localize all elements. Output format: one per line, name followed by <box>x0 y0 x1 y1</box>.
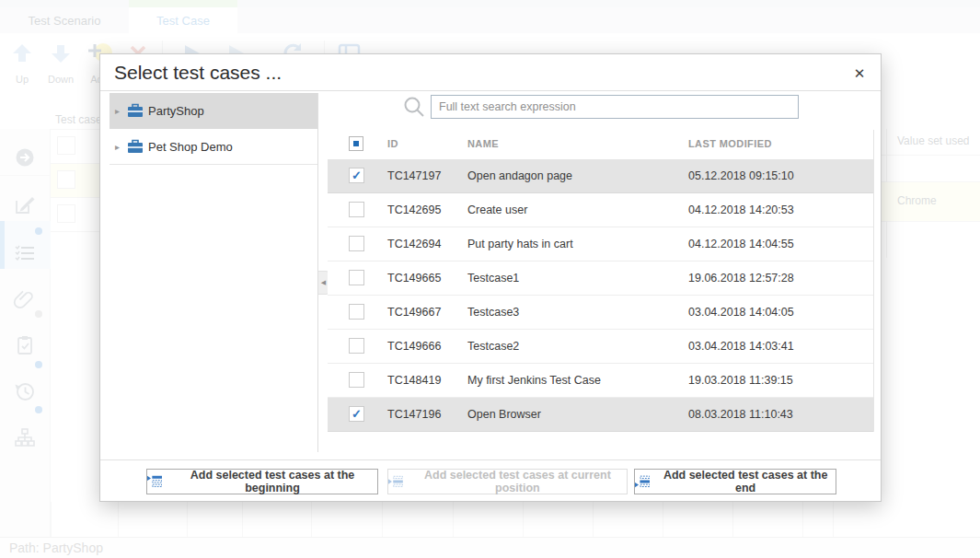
row-id: TC147196 <box>387 398 441 431</box>
row-modified: 05.12.2018 09:15:10 <box>688 159 794 192</box>
add-at-end-button[interactable]: Add selected test cases at the end <box>634 469 836 494</box>
project-briefcase-icon <box>127 139 144 154</box>
row-name: My first Jenkins Test Case <box>467 364 601 397</box>
title-divider <box>100 90 881 91</box>
insert-middle-icon <box>388 475 403 488</box>
column-header-name[interactable]: NAME <box>467 138 499 149</box>
row-name: Testcase2 <box>467 330 519 363</box>
test-case-row[interactable]: TC149665 Testcase1 19.06.2018 12:57:28 <box>328 262 873 296</box>
row-id: TC147197 <box>387 159 441 192</box>
row-modified: 19.06.2018 12:57:28 <box>688 262 794 295</box>
row-name: Open andagon page <box>467 159 572 192</box>
row-name: Put party hats in cart <box>467 227 573 261</box>
test-case-row[interactable]: TC149667 Testcase3 03.04.2018 14:04:05 <box>328 296 873 330</box>
select-test-cases-dialog: Select test cases ... ✕ ▸ PartyShop ▸ <box>99 53 882 502</box>
insert-bottom-icon <box>635 475 650 488</box>
row-checkbox[interactable] <box>349 236 364 251</box>
application-window: Test Scenario Test Case Up Down Add <box>0 0 980 558</box>
select-all-checkbox[interactable] <box>349 136 363 151</box>
add-at-beginning-button[interactable]: Add selected test cases at the beginning <box>146 469 378 494</box>
row-modified: 03.04.2018 14:03:41 <box>688 330 794 363</box>
column-header-last-modified[interactable]: LAST MODIFIED <box>688 138 772 149</box>
row-id: TC142694 <box>387 227 441 261</box>
row-checkbox[interactable] <box>349 338 364 354</box>
button-label: Add selected test cases at current posit… <box>409 469 627 494</box>
row-name: Open Browser <box>467 398 541 431</box>
row-name: Create user <box>467 193 527 227</box>
row-checkbox[interactable] <box>349 270 364 285</box>
row-modified: 03.04.2018 14:04:05 <box>688 296 794 329</box>
row-id: TC149665 <box>387 262 441 295</box>
row-name: Testcase1 <box>467 262 519 295</box>
row-id: TC148419 <box>387 364 441 397</box>
test-case-row[interactable]: TC142694 Put party hats in cart 04.12.20… <box>328 227 873 262</box>
row-checkbox[interactable]: ✓ <box>349 168 364 183</box>
search-input[interactable] <box>431 95 799 119</box>
button-label: Add selected test cases at the end <box>655 469 836 494</box>
insert-top-icon <box>147 475 162 488</box>
row-modified: 19.03.2018 11:39:15 <box>688 364 793 397</box>
row-modified: 08.03.2018 11:10:43 <box>688 398 793 431</box>
tree-item-label: Pet Shop Demo <box>148 140 233 154</box>
row-checkbox[interactable] <box>349 372 364 388</box>
row-checkbox[interactable]: ✓ <box>349 406 364 422</box>
row-id: TC149667 <box>387 296 441 329</box>
tree-expand-icon[interactable]: ▸ <box>115 106 120 116</box>
tree-item-partyshop[interactable]: ▸ PartyShop <box>110 93 317 129</box>
button-label: Add selected test cases at the beginning <box>167 469 377 494</box>
row-name: Testcase3 <box>467 296 519 329</box>
column-header-id[interactable]: ID <box>387 138 398 149</box>
tree-item-pet-shop-demo[interactable]: ▸ Pet Shop Demo <box>110 129 317 165</box>
add-at-current-position-button[interactable]: Add selected test cases at current posit… <box>387 469 628 494</box>
row-checkbox[interactable] <box>349 202 364 217</box>
footer-divider <box>100 459 881 460</box>
row-id: TC142695 <box>387 193 441 227</box>
test-case-row[interactable]: TC149666 Testcase2 03.04.2018 14:03:41 <box>328 330 873 364</box>
table-header: ID NAME LAST MODIFIED <box>328 130 873 159</box>
test-case-table: ✓ TC147197 Open andagon page 05.12.2018 … <box>328 159 873 432</box>
dialog-title: Select test cases ... <box>114 62 282 84</box>
test-case-row[interactable]: ✓ TC147196 Open Browser 08.03.2018 11:10… <box>328 398 873 432</box>
collapse-arrow-icon: ◀ <box>321 279 326 286</box>
row-modified: 04.12.2018 14:20:53 <box>688 193 794 227</box>
table-right-edge <box>873 130 874 432</box>
tree-expand-icon[interactable]: ▸ <box>115 142 120 152</box>
row-modified: 04.12.2018 14:04:55 <box>688 227 794 261</box>
test-case-row[interactable]: ✓ TC147197 Open andagon page 05.12.2018 … <box>328 159 873 193</box>
close-icon[interactable]: ✕ <box>849 64 870 84</box>
tree-item-label: PartyShop <box>148 104 204 118</box>
row-id: TC149666 <box>387 330 441 363</box>
project-tree: ▸ PartyShop ▸ Pet Shop Demo <box>110 93 318 452</box>
row-checkbox[interactable] <box>349 304 364 320</box>
test-case-row[interactable]: TC148419 My first Jenkins Test Case 19.0… <box>328 364 873 398</box>
search-icon <box>403 96 426 119</box>
project-briefcase-icon <box>127 103 144 118</box>
test-case-row[interactable]: TC142695 Create user 04.12.2018 14:20:53 <box>328 193 873 227</box>
